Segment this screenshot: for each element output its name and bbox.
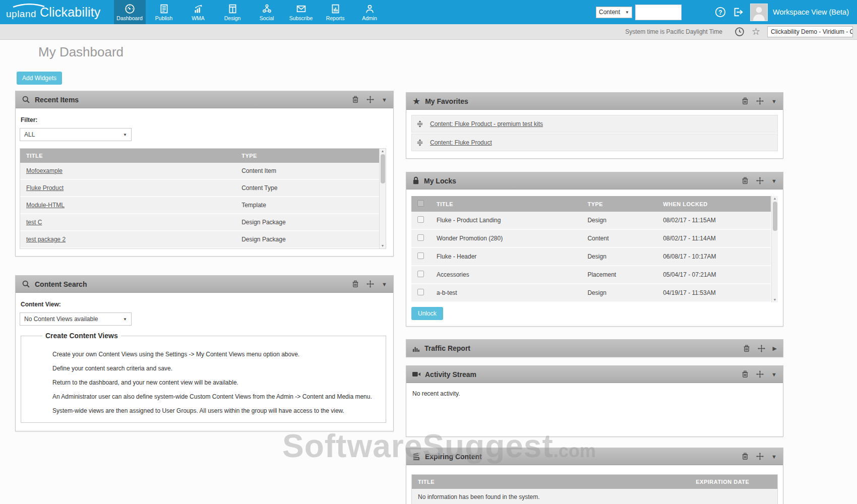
move-icon[interactable] (756, 177, 764, 184)
user-avatar[interactable] (750, 4, 768, 21)
search-scope-select[interactable]: Content ▼ (596, 7, 632, 18)
search-icon (22, 95, 30, 104)
my-locks-widget: My Locks ▼ TITLE TYPE WHEN LOCKED (406, 172, 783, 327)
my-locks-body: TITLE TYPE WHEN LOCKED Fluke - Product L… (406, 190, 783, 326)
nav-tab-reports[interactable]: Reports (320, 0, 351, 24)
help-icon[interactable]: ? (715, 7, 726, 18)
my-locks-table: TITLE TYPE WHEN LOCKED Fluke - Product L… (411, 196, 771, 302)
trash-icon[interactable] (743, 345, 750, 352)
move-icon[interactable] (756, 453, 764, 460)
recent-item-link[interactable]: test C (26, 219, 42, 226)
workspace-view-link[interactable]: Workspace View (Beta) (773, 8, 849, 16)
my-favorites-body: Content: Fluke Product - premium test ki… (406, 110, 783, 158)
favorite-link[interactable]: Content: Fluke Product (430, 139, 492, 146)
favorite-item: Content: Fluke Product - premium test ki… (411, 115, 778, 133)
bar-chart-icon (412, 345, 420, 352)
move-icon[interactable] (756, 370, 764, 378)
recent-item-link[interactable]: Mofoexample (26, 167, 63, 174)
lock-type: Design (581, 284, 657, 302)
drag-handle-icon[interactable] (417, 139, 423, 146)
collapse-icon[interactable]: ▼ (771, 178, 777, 184)
row-checkbox[interactable] (417, 234, 424, 241)
recent-items-scrollbar[interactable]: ▲ ▼ (379, 149, 386, 248)
trash-icon[interactable] (742, 177, 749, 184)
add-widgets-button[interactable]: Add Widgets (17, 72, 62, 85)
nav-tab-wma[interactable]: WMA (182, 0, 214, 24)
clock-icon[interactable] (734, 27, 745, 37)
lock-title: Fluke - Product Landing (431, 212, 581, 229)
content-view-select[interactable]: No Content Views available ▼ (20, 312, 132, 326)
site-select-value: Clickability Demo - Viridium - Cc (771, 28, 853, 35)
column-header-type: TYPE (235, 149, 379, 163)
table-row: test CDesign Package (20, 214, 379, 231)
main-nav: Dashboard Publish WMA Design Social Subs… (114, 0, 388, 24)
trash-icon[interactable] (742, 370, 749, 378)
drag-handle-icon[interactable] (417, 120, 423, 128)
lock-when: 05/04/17 - 07:21AM (657, 266, 771, 284)
favorite-link[interactable]: Content: Fluke Product - premium test ki… (430, 120, 543, 128)
collapse-icon[interactable]: ▼ (771, 454, 777, 460)
global-search-input[interactable] (635, 5, 682, 20)
recent-items-table-wrap: TITLE TYPE MofoexampleContent Item Fluke… (20, 148, 386, 249)
scroll-up-icon[interactable]: ▲ (381, 149, 385, 153)
widget-title: My Locks (424, 177, 456, 185)
nav-tab-dashboard[interactable]: Dashboard (114, 0, 146, 24)
move-icon[interactable] (366, 280, 374, 288)
expiring-content-table: TITLE EXPIRATION DATE No information has… (411, 474, 778, 504)
row-checkbox[interactable] (417, 289, 424, 295)
create-content-views-fieldset: Create Content Views Create your own Con… (21, 332, 386, 423)
scroll-down-icon[interactable]: ▼ (773, 298, 777, 302)
nav-tab-admin[interactable]: Admin (354, 0, 386, 24)
move-icon[interactable] (366, 96, 374, 103)
scrollbar-thumb[interactable] (381, 154, 385, 183)
unlock-button[interactable]: Unlock (411, 307, 443, 320)
move-icon[interactable] (756, 97, 764, 105)
scroll-up-icon[interactable]: ▲ (773, 197, 777, 201)
widget-title: Expiring Content (425, 453, 482, 461)
nav-tab-publish[interactable]: Publish (148, 0, 180, 24)
logout-icon[interactable] (732, 7, 744, 18)
trash-icon[interactable] (352, 96, 359, 103)
row-checkbox[interactable] (417, 271, 424, 277)
scroll-down-icon[interactable]: ▼ (381, 244, 385, 248)
recent-items-filter-select[interactable]: ALL ▼ (20, 128, 132, 141)
table-row: Fluke ProductContent Type (20, 179, 379, 197)
brand-logo[interactable]: upland Clickability (0, 5, 108, 20)
nav-tab-subscribe[interactable]: Subscribe (285, 0, 317, 24)
nav-label: Design (224, 15, 241, 21)
lock-icon (412, 176, 419, 185)
move-icon[interactable] (758, 345, 765, 352)
collapse-icon[interactable]: ▼ (771, 371, 777, 377)
nav-tab-social[interactable]: Social (251, 0, 283, 24)
instruction-line: An Administrator user can also define sy… (52, 393, 379, 400)
select-all-checkbox[interactable] (417, 200, 424, 207)
lock-when: 08/02/17 - 11:15AM (657, 212, 771, 229)
scrollbar-thumb[interactable] (773, 202, 777, 231)
secondary-toolbar: System time is Pacific Daylight Time ☆ C… (0, 24, 857, 40)
right-column: ★ My Favorites ▼ Content: Fluke Product … (406, 92, 783, 504)
nav-tab-design[interactable]: Design (217, 0, 249, 24)
fieldset-legend: Create Content Views (42, 332, 121, 340)
recent-item-link[interactable]: Module-HTML (26, 202, 65, 209)
design-icon (227, 4, 238, 14)
my-locks-scrollbar[interactable]: ▲ ▼ (771, 196, 778, 302)
recent-items-header: Recent Items ▼ (16, 91, 393, 108)
trash-icon[interactable] (742, 97, 749, 105)
table-row: Module-HTMLTemplate (20, 197, 379, 214)
my-locks-table-wrap: TITLE TYPE WHEN LOCKED Fluke - Product L… (411, 196, 778, 302)
lock-title: a-b-test (431, 284, 581, 302)
nav-label: WMA (192, 15, 205, 21)
collapse-icon[interactable]: ▼ (382, 97, 387, 103)
trash-icon[interactable] (352, 280, 359, 288)
favorite-star-icon[interactable]: ☆ (752, 27, 760, 36)
recent-item-link[interactable]: Fluke Product (26, 184, 64, 192)
row-checkbox[interactable] (417, 253, 424, 259)
collapse-icon[interactable]: ▼ (382, 281, 387, 287)
trash-icon[interactable] (742, 453, 749, 460)
expand-icon[interactable]: ▶ (773, 345, 777, 352)
site-select[interactable]: Clickability Demo - Viridium - Cc ▼ (767, 26, 853, 37)
row-checkbox[interactable] (417, 216, 424, 223)
recent-item-type: Design Package (235, 231, 379, 248)
collapse-icon[interactable]: ▼ (771, 98, 777, 104)
recent-item-link[interactable]: test package 2 (26, 236, 66, 243)
